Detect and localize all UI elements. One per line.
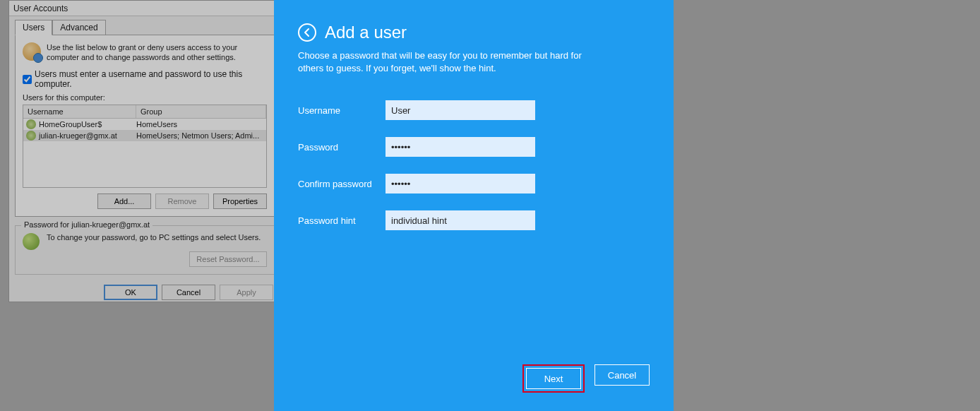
column-username[interactable]: Username [23,105,136,118]
password-group-label: Password for julian-krueger@gmx.at [21,220,153,229]
back-button[interactable] [298,23,316,42]
user-icon [26,131,36,141]
tab-panel-users: Use the list below to grant or deny user… [15,35,275,217]
must-enter-checkbox-row[interactable]: Users must enter a username and password… [23,69,267,89]
tab-strip: Users Advanced [15,19,275,35]
confirm-password-input[interactable] [386,174,535,193]
cell-group: HomeUsers; Netmon Users; Admi... [136,131,263,140]
key-icon [23,233,40,250]
tab-users[interactable]: Users [15,20,52,35]
modal-description: Choose a password that will be easy for … [298,49,609,75]
table-row[interactable]: HomeGroupUser$ HomeUsers [23,119,266,130]
username-input[interactable] [386,100,535,120]
user-icon [26,119,36,129]
intro-text: Use the list below to grant or deny user… [47,42,267,62]
cell-username: julian-krueger@gmx.at [39,131,117,140]
cell-username: HomeGroupUser$ [39,120,102,129]
cancel-button[interactable]: Cancel [162,285,215,300]
remove-button: Remove [155,193,209,209]
dialog-title: User Accounts [9,1,280,16]
modal-cancel-button[interactable]: Cancel [594,364,650,386]
next-button-highlight: Next [522,364,585,393]
tab-advanced[interactable]: Advanced [52,20,105,35]
users-list[interactable]: Username Group HomeGroupUser$ HomeUsers … [23,105,267,188]
reset-password-button: Reset Password... [189,251,267,267]
users-list-header: Username Group [23,105,266,119]
column-group[interactable]: Group [136,105,266,118]
password-text: To change your password, go to PC settin… [47,233,267,242]
must-enter-checkbox[interactable] [23,75,32,84]
add-button[interactable]: Add... [97,193,151,209]
apply-button: Apply [220,285,273,300]
add-user-modal: Add a user Choose a password that will b… [274,0,674,411]
username-label: Username [298,105,386,116]
password-hint-input[interactable] [386,210,535,230]
password-group: Password for julian-krueger@gmx.at To ch… [15,225,275,275]
users-icon [23,42,41,61]
next-button[interactable]: Next [526,368,581,389]
modal-title: Add a user [325,23,407,42]
back-arrow-icon [302,28,312,37]
must-enter-label: Users must enter a username and password… [35,69,267,89]
user-accounts-dialog: User Accounts Users Advanced Use the lis… [8,0,281,302]
users-list-label: Users for this computer: [23,93,267,102]
password-hint-label: Password hint [298,215,386,226]
password-input[interactable] [386,137,535,157]
ok-button[interactable]: OK [104,285,157,300]
password-label: Password [298,142,386,153]
properties-button[interactable]: Properties [213,193,267,209]
confirm-password-label: Confirm password [298,179,386,189]
table-row[interactable]: julian-krueger@gmx.at HomeUsers; Netmon … [23,130,266,141]
cell-group: HomeUsers [136,120,263,129]
